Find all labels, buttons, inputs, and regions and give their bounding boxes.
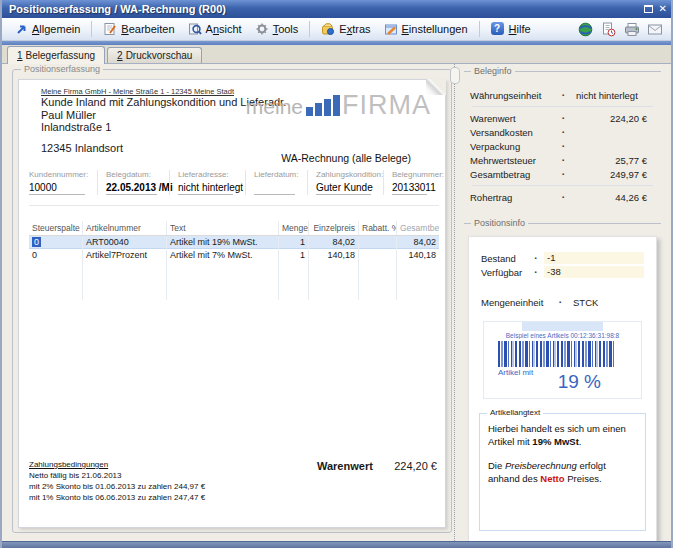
artikellangtext-paragraph1: Hierbei handelt es sich um einen Artikel… <box>488 422 637 448</box>
logo-word-meine: meine <box>246 98 303 117</box>
kundennummer-value[interactable]: 10000 <box>29 182 85 195</box>
splitter-grip[interactable] <box>450 67 460 84</box>
positionsinfo-row-verfuegbar: Verfügbar ▪ -38 <box>469 265 656 279</box>
payment-line: mit 1% Skonto bis 06.06.2013 zu zahlen 2… <box>29 492 205 503</box>
toolbar-separator <box>91 21 92 37</box>
notepad-icon <box>103 22 117 36</box>
lieferdatum-value[interactable] <box>254 182 295 195</box>
window-title: Positionserfassung / WA-Rechnung (R00) <box>9 3 644 15</box>
menu-einstellungen[interactable]: Einstellungen <box>378 20 474 38</box>
tab-druckvorschau[interactable]: 2 Druckvorschau <box>107 47 202 63</box>
window-bottom-edge <box>2 541 671 548</box>
zahlungskondition-value[interactable]: Guter Kunde <box>316 182 371 195</box>
menu-allgemein[interactable]: Allgemein <box>8 20 86 38</box>
positionsinfo-card: Bestand ▪ -1 Verfügbar ▪ -38 Mengeneinhe… <box>468 236 657 541</box>
positionserfassung-group-label: Positionserfassung <box>21 64 103 74</box>
positions-table-header: Steuerspalte Artikelnummer Text Menge Ei… <box>29 221 439 236</box>
payment-terms: Zahlungsbedingungen Netto fällig bis 21.… <box>29 459 205 503</box>
invoice-preview-sheet: Meine Firma GmbH - Meine Straße 1 - 1234… <box>18 79 446 528</box>
payment-line: mit 2% Skonto bis 01.06.2013 zu zahlen 2… <box>29 481 205 492</box>
equals-separator: ▪ <box>534 255 544 261</box>
beleginfo-caption: Beleginfo <box>464 66 661 76</box>
tab-content: Positionserfassung Meine Firma GmbH - Me… <box>2 64 671 541</box>
positions-table: Steuerspalte Artikelnummer Text Menge Ei… <box>29 221 439 300</box>
positionsinfo-row-mengeneinheit: Mengeneinheit ▪ STCK <box>469 295 656 309</box>
panel-splitter[interactable] <box>454 64 461 541</box>
table-row[interactable]: 0 Artikel7Prozent Artikel mit 7% MwSt. 1… <box>29 249 439 262</box>
beleginfo-row-verpackung: Verpackung ▪ <box>464 139 661 153</box>
info-panel: Beleginfo Währungseinheit ▪ nicht hinter… <box>464 66 661 535</box>
toolbar-separator <box>309 21 310 37</box>
header-fields: Kundennummer: 10000 Belegdatum: 22.05.20… <box>29 170 439 206</box>
menu-ansicht[interactable]: Ansicht <box>182 20 248 38</box>
menu-hilfe[interactable]: ? Hilfe <box>485 20 537 38</box>
logo-word-firma: FIRMA <box>342 94 431 117</box>
equals-separator: ▪ <box>562 194 576 200</box>
positionserfassung-group: Positionserfassung Meine Firma GmbH - Me… <box>12 69 452 533</box>
printer-icon[interactable] <box>623 21 640 37</box>
close-icon[interactable]: ✕ <box>659 4 667 14</box>
beleginfo-row-gesamtbetrag: Gesamtbetrag ▪ 249,97 € <box>464 167 661 181</box>
barcode-header-strip <box>522 322 603 331</box>
positionsinfo-caption: Positionsinfo <box>464 218 661 228</box>
mail-icon[interactable] <box>646 21 663 37</box>
divider <box>472 106 653 107</box>
toolbar-separator <box>479 21 480 37</box>
beleginfo-row-warenwert: Warenwert ▪ 224,20 € <box>464 111 661 125</box>
barcode-icon <box>498 341 616 367</box>
beleginfo-row-mehrwertsteuer: Mehrwertsteuer ▪ 25,77 € <box>464 153 661 167</box>
help-icon: ? <box>491 22 505 36</box>
edit-cell-selection[interactable]: 0 <box>32 237 41 247</box>
globe-icon[interactable] <box>577 21 594 37</box>
equals-separator: ▪ <box>534 269 544 275</box>
mengeneinheit-value: STCK <box>573 297 644 308</box>
warenwert-total-label: Warenwert <box>317 460 373 472</box>
document-type-title: WA-Rechnung (alle Belege) <box>281 152 411 164</box>
beleginfo-row-rohertrag: Rohertrag ▪ 44,26 € <box>464 190 661 204</box>
equals-separator: ▪ <box>562 129 576 135</box>
artikellangtext-label: Artikellangtext <box>487 408 543 417</box>
belegnummer-value[interactable]: 20133011 <box>392 182 427 195</box>
article-image: Beispiel eines Artikels 00:12:36:31:98:8… <box>483 321 642 399</box>
titlebar: Positionserfassung / WA-Rechnung (R00) ✕ <box>2 0 671 18</box>
table-row-selected[interactable]: 0 ART00040 Artikel mit 19% MwSt. 1 84,02… <box>29 236 439 249</box>
equals-separator: ▪ <box>562 171 576 177</box>
tab-bar: 1 Belegerfassung 2 Druckvorschau <box>2 45 671 64</box>
restore-icon[interactable] <box>644 5 653 13</box>
field-belegnummer: Belegnummer: 20133011 <box>383 170 439 195</box>
gear-icon <box>255 22 269 36</box>
table-empty-grid <box>29 262 439 300</box>
field-lieferdatum: Lieferdatum: <box>245 170 307 195</box>
document-clock-icon[interactable] <box>600 21 617 37</box>
bestand-value: -1 <box>544 252 644 264</box>
app-window: Positionserfassung / WA-Rechnung (R00) ✕… <box>0 0 673 548</box>
tab-belegerfassung[interactable]: 1 Belegerfassung <box>7 46 105 64</box>
equals-separator: ▪ <box>562 115 576 121</box>
recipient-contact: Paul Müller <box>41 109 96 121</box>
divider <box>472 185 653 186</box>
equals-separator: ▪ <box>562 157 576 163</box>
recipient-street: Inlandstraße 1 <box>41 121 111 133</box>
verfuegbar-value: -38 <box>544 266 644 278</box>
field-kundennummer: Kundennummer: 10000 <box>29 170 97 195</box>
field-lieferadresse: Lieferadresse: nicht hinterlegt <box>169 170 245 195</box>
menu-tools[interactable]: Tools <box>249 20 305 38</box>
recipient-city: 12345 Inlandsort <box>41 142 123 154</box>
barcode-text-line2: 19 % <box>558 371 601 393</box>
menu-extras[interactable]: Extras <box>315 20 376 38</box>
artikellangtext-paragraph2: Die Preisberechnung erfolgt anhand des N… <box>488 459 637 485</box>
equals-separator: ▪ <box>562 92 576 98</box>
lieferadresse-value[interactable]: nicht hinterlegt <box>178 182 233 195</box>
payment-terms-heading: Zahlungsbedingungen <box>29 459 205 470</box>
beleginfo-row-waehrungseinheit: Währungseinheit ▪ nicht hinterlegt <box>464 88 661 102</box>
beleginfo-row-versandkosten: Versandkosten ▪ <box>464 125 661 139</box>
belegdatum-value[interactable]: 22.05.2013 /Mi <box>106 182 157 195</box>
menu-bearbeiten[interactable]: Bearbeiten <box>97 20 180 38</box>
positionsinfo-row-bestand: Bestand ▪ -1 <box>469 251 656 265</box>
sender-line: Meine Firma GmbH - Meine Straße 1 - 1234… <box>41 87 234 96</box>
arrow-up-right-icon <box>14 22 28 36</box>
field-zahlungskondition: Zahlungskondition: Guter Kunde <box>307 170 383 195</box>
barcode-caption: Beispiel eines Artikels 00:12:36:31:98:8 <box>484 332 641 339</box>
magnifier-icon <box>188 22 202 36</box>
equals-separator: ▪ <box>559 299 573 305</box>
